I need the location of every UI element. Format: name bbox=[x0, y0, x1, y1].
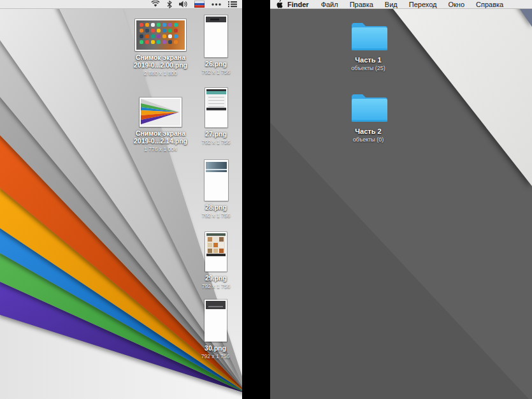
folder-label: Часть 1 объекты (25) bbox=[351, 56, 385, 72]
small-image-art bbox=[206, 162, 227, 172]
more-icon[interactable] bbox=[212, 3, 221, 6]
file-label: 26.png 792 x 1 756 bbox=[202, 60, 230, 76]
menubar-left bbox=[0, 0, 242, 9]
file-thumbnail bbox=[205, 160, 228, 201]
file-dimensions: 792 x 1 756 bbox=[202, 212, 230, 219]
file-icon-screenshot-1[interactable]: Снимок экрана 2019-0...2.00.png 2 880 x … bbox=[122, 19, 199, 77]
file-thumbnail bbox=[205, 300, 227, 342]
rainbow-art bbox=[141, 99, 180, 126]
volume-icon[interactable] bbox=[179, 1, 187, 8]
menu-item-window[interactable]: Окно bbox=[442, 0, 470, 9]
file-label: 28.png 792 x 1 756 bbox=[202, 203, 230, 219]
display-gap bbox=[242, 0, 270, 399]
apple-logo-icon[interactable] bbox=[277, 0, 284, 8]
file-dimensions: 1 776 x 1 004 bbox=[134, 145, 187, 153]
file-thumbnail bbox=[205, 232, 227, 272]
file-name: 27.png bbox=[202, 130, 230, 138]
page-header-art bbox=[206, 301, 226, 309]
file-dimensions: 792 x 1 756 bbox=[201, 352, 229, 360]
phone-list-art bbox=[206, 89, 226, 111]
menu-item-finder[interactable]: Finder bbox=[284, 0, 315, 9]
right-wallpaper bbox=[270, 0, 532, 399]
file-label: 30.png 792 x 1 756 bbox=[201, 344, 229, 360]
file-dimensions: 2 880 x 1 800 bbox=[134, 69, 187, 77]
file-icon-26[interactable]: 26.png 792 x 1 756 bbox=[191, 15, 241, 76]
menu-item-edit[interactable]: Правка bbox=[344, 0, 379, 9]
folder-items-count: объекты (0) bbox=[353, 136, 384, 143]
file-icon-30[interactable]: 30.png 792 x 1 756 bbox=[189, 300, 242, 360]
bluetooth-icon[interactable] bbox=[167, 1, 172, 8]
wifi-icon[interactable] bbox=[151, 1, 160, 8]
folder-icon bbox=[348, 18, 389, 54]
file-icon-28[interactable]: 28.png 792 x 1 756 bbox=[191, 160, 241, 219]
file-name-line2: 2019-0...2.00.png bbox=[134, 61, 187, 69]
page-header-art bbox=[206, 17, 226, 22]
file-name-line1: Снимок экрана bbox=[134, 129, 187, 137]
file-label: 29.png 792 x 1 756 bbox=[202, 274, 230, 290]
file-name-line1: Снимок экрана bbox=[134, 54, 187, 61]
folder-icon bbox=[348, 89, 389, 125]
file-dimensions: 792 x 1 756 bbox=[202, 68, 230, 76]
file-name-line2: 2019-0...2.14.png bbox=[134, 137, 187, 145]
folder-icon-part-1[interactable]: Часть 1 объекты (25) bbox=[341, 18, 395, 72]
file-name: 26.png bbox=[202, 60, 230, 68]
screen-left: Снимок экрана 2019-0...2.00.png 2 880 x … bbox=[0, 0, 242, 399]
file-dimensions: 792 x 1 756 bbox=[202, 138, 230, 146]
list-icon[interactable] bbox=[228, 1, 237, 8]
input-language-flag-ru-icon[interactable] bbox=[194, 1, 205, 8]
folder-items-count: объекты (25) bbox=[351, 64, 385, 72]
file-label: 27.png 792 x 1 756 bbox=[202, 130, 230, 146]
file-thumbnail bbox=[205, 15, 227, 57]
file-label: Снимок экрана 2019-0...2.14.png 1 776 x … bbox=[134, 129, 187, 153]
menu-item-go[interactable]: Переход bbox=[403, 0, 443, 9]
file-name: 28.png bbox=[202, 203, 230, 211]
screen-right: Finder Файл Правка Вид Переход Окно Спра… bbox=[270, 0, 532, 399]
folder-name: Часть 1 bbox=[351, 56, 385, 64]
app-grid-art bbox=[136, 20, 185, 47]
menu-item-file[interactable]: Файл bbox=[315, 0, 344, 9]
file-thumbnail bbox=[140, 98, 182, 127]
file-icon-29[interactable]: 29.png 792 x 1 756 bbox=[191, 232, 241, 290]
menu-item-view[interactable]: Вид bbox=[379, 0, 403, 9]
file-label: Снимок экрана 2019-0...2.00.png 2 880 x … bbox=[134, 54, 187, 77]
file-name: 30.png bbox=[201, 344, 229, 352]
menu-item-help[interactable]: Справка bbox=[470, 0, 509, 9]
folder-label: Часть 2 объекты (0) bbox=[353, 127, 384, 143]
dual-display-desktop: Снимок экрана 2019-0...2.00.png 2 880 x … bbox=[0, 0, 532, 399]
file-icon-27[interactable]: 27.png 792 x 1 756 bbox=[191, 88, 241, 146]
photo-grid-art bbox=[206, 233, 226, 256]
menubar-right: Finder Файл Правка Вид Переход Окно Спра… bbox=[270, 0, 532, 9]
folder-icon-part-2[interactable]: Часть 2 объекты (0) bbox=[341, 89, 395, 143]
file-thumbnail bbox=[135, 19, 186, 51]
file-thumbnail bbox=[205, 88, 227, 127]
file-dimensions: 792 x 1 756 bbox=[202, 282, 230, 290]
file-icon-screenshot-2[interactable]: Снимок экрана 2019-0...2.14.png 1 776 x … bbox=[122, 98, 199, 153]
folder-name: Часть 2 bbox=[353, 127, 384, 135]
file-name: 29.png bbox=[202, 274, 230, 282]
